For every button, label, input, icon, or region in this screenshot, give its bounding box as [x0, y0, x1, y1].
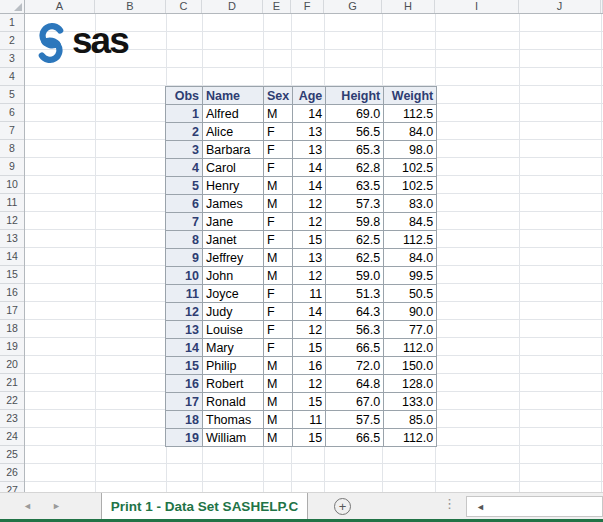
row-header-21[interactable]: 21: [0, 374, 24, 392]
column-header-I[interactable]: I: [435, 0, 519, 13]
table-header-cell[interactable]: Sex: [264, 87, 293, 105]
table-cell[interactable]: Thomas: [203, 411, 264, 429]
table-cell[interactable]: F: [264, 339, 293, 357]
table-cell[interactable]: 112.5: [384, 231, 437, 249]
table-cell[interactable]: 14: [293, 303, 326, 321]
table-cell[interactable]: 16: [166, 375, 203, 393]
row-header-20[interactable]: 20: [0, 356, 24, 374]
table-header-cell[interactable]: Weight: [384, 87, 437, 105]
table-cell[interactable]: 64.3: [326, 303, 384, 321]
table-header-cell[interactable]: Age: [293, 87, 326, 105]
table-cell[interactable]: 14: [293, 177, 326, 195]
column-header-F[interactable]: F: [291, 0, 324, 13]
tab-scroll-right-icon[interactable]: ►: [52, 500, 61, 513]
table-cell[interactable]: 11: [166, 285, 203, 303]
table-cell[interactable]: 59.0: [326, 267, 384, 285]
table-header-cell[interactable]: Obs: [166, 87, 203, 105]
table-cell[interactable]: 12: [293, 213, 326, 231]
table-cell[interactable]: 67.0: [326, 393, 384, 411]
table-cell[interactable]: M: [264, 411, 293, 429]
table-cell[interactable]: Carol: [203, 159, 264, 177]
table-cell[interactable]: F: [264, 123, 293, 141]
row-header-12[interactable]: 12: [0, 212, 24, 230]
table-cell[interactable]: 57.3: [326, 195, 384, 213]
table-cell[interactable]: 12: [166, 303, 203, 321]
table-cell[interactable]: Alfred: [203, 105, 264, 123]
table-cell[interactable]: Jeffrey: [203, 249, 264, 267]
table-cell[interactable]: 15: [293, 339, 326, 357]
table-cell[interactable]: 62.8: [326, 159, 384, 177]
table-cell[interactable]: 77.0: [384, 321, 437, 339]
row-header-1[interactable]: 1: [0, 14, 24, 32]
table-cell[interactable]: Joyce: [203, 285, 264, 303]
table-cell[interactable]: 56.5: [326, 123, 384, 141]
table-cell[interactable]: Robert: [203, 375, 264, 393]
column-header-A[interactable]: A: [25, 0, 95, 13]
table-cell[interactable]: M: [264, 393, 293, 411]
row-header-25[interactable]: 25: [0, 446, 24, 464]
table-cell[interactable]: M: [264, 249, 293, 267]
table-cell[interactable]: 50.5: [384, 285, 437, 303]
table-cell[interactable]: 66.5: [326, 429, 384, 447]
table-cell[interactable]: F: [264, 303, 293, 321]
column-header-B[interactable]: B: [95, 0, 166, 13]
table-cell[interactable]: 84.5: [384, 213, 437, 231]
row-header-26[interactable]: 26: [0, 464, 24, 482]
table-cell[interactable]: 7: [166, 213, 203, 231]
table-cell[interactable]: 15: [293, 429, 326, 447]
table-cell[interactable]: Alice: [203, 123, 264, 141]
table-cell[interactable]: Jane: [203, 213, 264, 231]
table-cell[interactable]: 13: [293, 123, 326, 141]
table-cell[interactable]: Philip: [203, 357, 264, 375]
column-header-H[interactable]: H: [382, 0, 435, 13]
row-header-19[interactable]: 19: [0, 338, 24, 356]
table-cell[interactable]: Judy: [203, 303, 264, 321]
row-header-3[interactable]: 3: [0, 50, 24, 68]
table-cell[interactable]: 18: [166, 411, 203, 429]
row-header-10[interactable]: 10: [0, 176, 24, 194]
row-header-11[interactable]: 11: [0, 194, 24, 212]
table-cell[interactable]: F: [264, 285, 293, 303]
table-cell[interactable]: F: [264, 321, 293, 339]
row-header-8[interactable]: 8: [0, 140, 24, 158]
table-cell[interactable]: 14: [293, 159, 326, 177]
table-cell[interactable]: 11: [293, 411, 326, 429]
sheet-splitter-dots-icon[interactable]: ⋮: [443, 496, 456, 511]
table-header-cell[interactable]: Height: [326, 87, 384, 105]
table-cell[interactable]: 66.5: [326, 339, 384, 357]
table-cell[interactable]: 17: [166, 393, 203, 411]
table-cell[interactable]: M: [264, 267, 293, 285]
table-cell[interactable]: 98.0: [384, 141, 437, 159]
table-cell[interactable]: William: [203, 429, 264, 447]
table-cell[interactable]: 9: [166, 249, 203, 267]
table-cell[interactable]: 102.5: [384, 159, 437, 177]
add-sheet-button[interactable]: +: [334, 498, 351, 515]
table-cell[interactable]: 14: [166, 339, 203, 357]
column-header-J[interactable]: J: [519, 0, 601, 13]
table-cell[interactable]: 2: [166, 123, 203, 141]
table-cell[interactable]: 4: [166, 159, 203, 177]
select-all-corner[interactable]: [0, 0, 25, 14]
table-cell[interactable]: M: [264, 375, 293, 393]
table-cell[interactable]: 84.0: [384, 123, 437, 141]
table-cell[interactable]: 8: [166, 231, 203, 249]
row-header-15[interactable]: 15: [0, 266, 24, 284]
table-cell[interactable]: M: [264, 105, 293, 123]
scrollbar-track[interactable]: [485, 497, 602, 516]
table-cell[interactable]: 102.5: [384, 177, 437, 195]
table-cell[interactable]: 11: [293, 285, 326, 303]
table-cell[interactable]: F: [264, 231, 293, 249]
row-header-13[interactable]: 13: [0, 230, 24, 248]
table-cell[interactable]: 72.0: [326, 357, 384, 375]
column-header-D[interactable]: D: [202, 0, 263, 13]
table-cell[interactable]: Ronald: [203, 393, 264, 411]
table-cell[interactable]: 69.0: [326, 105, 384, 123]
table-cell[interactable]: 12: [293, 267, 326, 285]
table-cell[interactable]: 12: [293, 375, 326, 393]
table-cell[interactable]: 15: [293, 231, 326, 249]
table-cell[interactable]: 5: [166, 177, 203, 195]
table-cell[interactable]: 56.3: [326, 321, 384, 339]
row-header-27[interactable]: 27: [0, 482, 24, 492]
table-cell[interactable]: 99.5: [384, 267, 437, 285]
table-cell[interactable]: Henry: [203, 177, 264, 195]
